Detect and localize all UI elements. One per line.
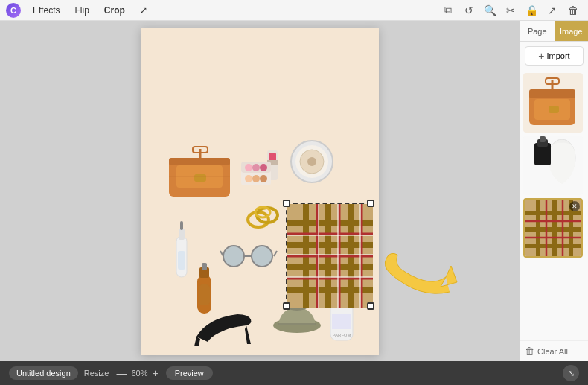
edit-icon-button[interactable]: ✂: [502, 1, 520, 19]
svg-rect-44: [332, 314, 351, 329]
makeup-item[interactable]: [237, 147, 290, 191]
zoom-controls: — 60% +: [115, 368, 159, 378]
svg-rect-5: [194, 174, 206, 182]
svg-point-15: [245, 175, 252, 182]
svg-line-32: [220, 251, 223, 256]
tab-page[interactable]: Page: [520, 21, 555, 41]
svg-point-21: [307, 157, 316, 166]
main-area: PARFUM: [0, 21, 588, 361]
canvas-page[interactable]: PARFUM: [141, 28, 379, 355]
bottom-left-controls: Untitled design Resize — 60% + Preview: [9, 366, 213, 380]
handle-top-left[interactable]: [283, 200, 290, 207]
tab-image[interactable]: Image: [555, 21, 589, 41]
heels-item[interactable]: [185, 296, 260, 348]
flip-button[interactable]: Flip: [68, 4, 95, 17]
position-icon[interactable]: ⤡: [563, 365, 579, 381]
svg-rect-27: [180, 221, 183, 230]
thumb-perfume[interactable]: [523, 136, 583, 195]
copy-icon-button[interactable]: ⧉: [439, 1, 457, 19]
svg-rect-67: [529, 89, 575, 98]
resize-button[interactable]: Resize: [84, 369, 109, 378]
svg-rect-46: [287, 204, 373, 308]
handle-bottom-left[interactable]: [283, 302, 290, 310]
search-icon-button[interactable]: 🔍: [481, 1, 499, 19]
panel-bottom: 🗑 Clear All: [520, 340, 588, 361]
svg-point-12: [245, 164, 252, 171]
rings-item[interactable]: [245, 199, 282, 232]
svg-point-29: [223, 246, 244, 267]
svg-rect-75: [540, 136, 546, 142]
design-name-label[interactable]: Untitled design: [9, 366, 78, 380]
zoom-level-label: 60%: [131, 369, 147, 378]
svg-rect-71: [549, 106, 559, 113]
svg-text:PARFUM: PARFUM: [333, 333, 351, 337]
panel-images-list: ✕: [520, 70, 588, 340]
handle-top-right[interactable]: [367, 200, 374, 207]
svg-line-33: [274, 251, 277, 256]
import-button[interactable]: + Import: [525, 46, 584, 66]
right-panel: Page Image + Import: [520, 21, 588, 361]
svg-point-30: [252, 246, 272, 267]
handbag-item[interactable]: [163, 143, 237, 199]
handle-bottom-right[interactable]: [367, 302, 374, 310]
effects-button[interactable]: Effects: [27, 4, 65, 17]
canvas-area: PARFUM: [0, 21, 520, 361]
top-toolbar: C Effects Flip Crop ⤢ ⧉ ↺ 🔍 ✂ 🔒 ↗ 🗑: [0, 0, 588, 21]
svg-rect-36: [202, 263, 207, 270]
svg-rect-28: [178, 251, 185, 270]
bottom-right-controls: ⤡: [563, 365, 579, 381]
delete-icon-button[interactable]: 🗑: [564, 1, 582, 19]
sunglasses-item[interactable]: [219, 240, 278, 270]
svg-point-16: [252, 175, 260, 182]
crop-button[interactable]: Crop: [98, 4, 131, 17]
scarf-selected-item[interactable]: [286, 203, 371, 307]
mirror-item[interactable]: [290, 139, 334, 184]
svg-rect-26: [179, 229, 185, 240]
lock-icon-button[interactable]: 🔒: [523, 1, 540, 19]
plus-icon: +: [538, 50, 544, 62]
share-icon-button[interactable]: ↗: [543, 1, 561, 19]
serum-item[interactable]: [170, 214, 193, 281]
import-label: Import: [547, 51, 570, 60]
svg-point-17: [260, 175, 267, 182]
svg-rect-1: [169, 158, 230, 165]
zoom-out-button[interactable]: —: [115, 368, 128, 378]
svg-point-14: [260, 164, 267, 171]
panel-tabs: Page Image: [520, 21, 588, 42]
thumb-handbag[interactable]: [523, 73, 583, 133]
thumb-close-button[interactable]: ✕: [569, 201, 580, 211]
zoom-in-button[interactable]: +: [150, 368, 159, 378]
clear-all-button[interactable]: 🗑 Clear All: [525, 346, 568, 357]
clear-all-label: Clear All: [537, 347, 568, 356]
bottom-bar: Untitled design Resize — 60% + Preview ⤡: [0, 361, 588, 385]
app-logo: C: [6, 3, 21, 18]
svg-point-13: [252, 164, 260, 171]
trash-icon: 🗑: [525, 346, 534, 357]
preview-button[interactable]: Preview: [166, 366, 213, 380]
fullscreen-button[interactable]: ⤢: [134, 4, 153, 17]
undo-icon-button[interactable]: ↺: [460, 1, 478, 19]
arrow-indicator: [375, 236, 464, 303]
thumb-scarf[interactable]: ✕: [523, 198, 583, 258]
